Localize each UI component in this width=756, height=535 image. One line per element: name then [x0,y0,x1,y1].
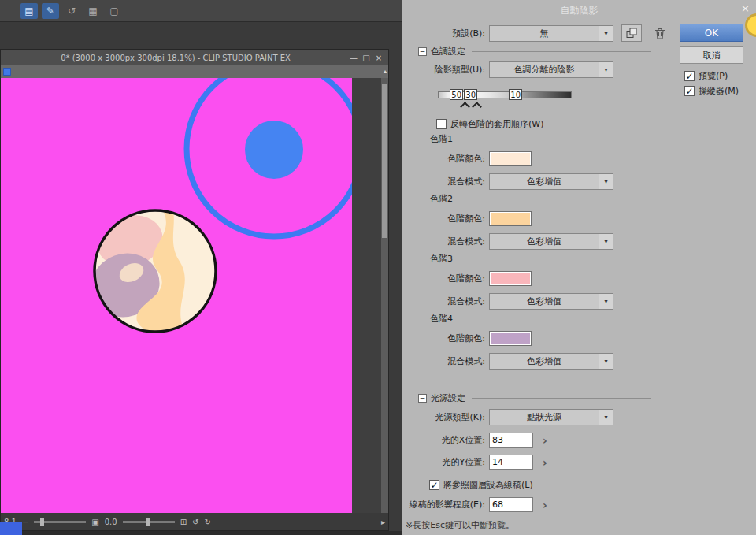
expand-right-icon[interactable]: › [543,457,547,468]
chevron-down-icon[interactable]: ▾ [598,234,613,249]
toolbar-icon-1[interactable]: ▤ [20,3,38,19]
level-3-title: 色階3 [430,253,453,265]
level-3-blend-dropdown[interactable]: 色彩增值 ▾ [489,293,613,310]
canvas-tab-icon[interactable] [3,68,11,76]
canvas-artboard[interactable] [1,78,352,513]
minimize-icon[interactable]: — [347,54,360,62]
rotation-slider-thumb[interactable] [146,518,150,526]
fit-view-icon[interactable]: ▣ [91,518,98,526]
level-3-color-row: 色階顏色: [402,271,532,286]
light-type-dropdown[interactable]: 點狀光源 ▾ [489,409,613,425]
light-section-header: − 光源設定 [418,392,651,404]
reverse-order-checkbox[interactable] [436,119,447,129]
caret-up-icon[interactable] [472,102,482,112]
level-4-color-row: 色階顏色: [402,331,532,346]
level-1-color-row: 色階顏色: [402,151,532,166]
level-2-color-row: 色階顏色: [402,211,532,226]
blend-mode-label: 混合模式: [402,236,489,247]
preset-dropdown[interactable]: 無 ▾ [489,25,613,42]
toolbar-icon-5[interactable]: ▢ [106,3,123,19]
shadow-type-dropdown[interactable]: 色調分離的陰影 ▾ [489,61,613,78]
influence-input[interactable] [489,497,533,512]
light-x-label: 光的X位置: [402,434,489,446]
level-3-color-swatch[interactable] [489,271,532,286]
rotate-right-icon[interactable]: ↻ [204,518,210,526]
level-1-blend-dropdown[interactable]: 色彩增值 ▾ [489,173,613,190]
preview-label: 預覽(P) [699,70,728,82]
influence-label: 線稿的影響程度(E): [402,499,489,511]
dialog-close-icon[interactable]: × [741,2,750,14]
chevron-down-icon[interactable]: ▾ [598,294,613,309]
toolbar-icon-4-glyph: ▦ [88,6,97,17]
blend-mode-value: 色彩增值 [490,236,598,247]
manipulator-checkbox[interactable]: ✓ [684,86,695,96]
collapse-minus-icon[interactable]: − [418,47,427,56]
light-x-input[interactable] [489,433,533,448]
canvas-vscrollbar[interactable] [381,78,388,513]
hscroll-right-icon[interactable]: ▸ [381,518,385,526]
delete-preset-button[interactable] [654,28,665,39]
close-icon[interactable]: × [372,54,385,62]
preset-row: 預設(B): 無 ▾ [402,24,665,42]
preview-row: ✓ 預覽(P) [684,70,728,82]
blend-mode-value: 色彩增值 [490,355,598,367]
threshold-handle-10[interactable]: 10 [509,89,522,100]
light-y-label: 光的Y位置: [402,456,489,468]
level-4-blend-row: 混合模式: 色彩增值 ▾ [402,353,613,370]
level-2-blend-dropdown[interactable]: 色彩增值 ▾ [489,233,613,250]
chevron-down-icon[interactable]: ▾ [598,354,613,369]
ok-button[interactable]: OK [680,24,743,42]
zoom-slider[interactable] [34,521,86,523]
grid-icon[interactable]: ⊞ [180,518,187,526]
chevron-down-icon[interactable]: ▾ [598,62,613,77]
light-section-title: 光源設定 [431,392,465,404]
expand-right-icon[interactable]: › [543,435,547,446]
rotate-left-icon[interactable]: ↺ [192,518,198,526]
toolbar-icon-1-glyph: ▤ [24,6,33,17]
shadow-type-value: 色調分離的陰影 [490,64,598,76]
toolbar-icon-4[interactable]: ▦ [84,3,102,19]
level-4-color-swatch[interactable] [489,331,532,346]
vscroll-thumb[interactable] [382,84,387,238]
trash-icon [654,28,665,39]
cancel-button[interactable]: 取消 [680,46,743,64]
level-1-color-swatch[interactable] [489,151,532,166]
preset-label: 預設(B): [402,28,489,39]
expand-right-icon[interactable]: › [543,500,547,511]
level-2-blend-row: 混合模式: 色彩增值 ▾ [402,233,613,250]
lineart-row: ✓ 將參照圖層設為線稿(L) [429,479,533,491]
chevron-down-icon[interactable]: ▾ [598,26,613,41]
light-type-value: 點狀光源 [490,411,598,423]
scroll-up-icon[interactable]: ▴ [384,68,387,76]
chevron-down-icon[interactable]: ▾ [598,410,613,425]
canvas-window-titlebar[interactable]: 0* (3000 x 3000px 300dpi 18.1%) - CLIP S… [1,50,388,65]
toolbar-icon-3[interactable]: ↺ [63,3,80,19]
zoom-out-icon[interactable]: − [22,518,28,526]
register-preset-button[interactable] [621,24,642,42]
blend-mode-label: 混合模式: [402,295,489,307]
tone-threshold-slider[interactable]: 50 30 10 [438,84,572,113]
level-4-blend-dropdown[interactable]: 色彩增值 ▾ [489,353,613,370]
toolbar-icon-2[interactable]: ✎ [42,3,59,19]
canvas-tab-strip: ▴ [1,65,388,78]
chevron-down-icon[interactable]: ▾ [598,174,613,189]
toolbar-icon-2-glyph: ✎ [46,6,54,17]
level-color-label: 色階顏色: [402,333,489,344]
manipulator-label: 操縱器(M) [699,85,739,97]
threshold-handle-50[interactable]: 50 [450,89,463,100]
rotation-slider[interactable] [123,521,175,523]
caret-up-icon[interactable] [460,102,470,112]
preview-checkbox[interactable]: ✓ [684,71,695,81]
zoom-slider-thumb[interactable] [40,518,44,526]
tone-section-title: 色調設定 [431,46,465,58]
reverse-order-row: 反轉色階的套用順序(W) [436,118,543,130]
canvas-viewport[interactable] [1,78,388,513]
level-2-color-swatch[interactable] [489,211,532,226]
lineart-checkbox[interactable]: ✓ [429,480,439,490]
maximize-icon[interactable]: □ [360,54,372,62]
collapse-minus-icon[interactable]: − [418,394,427,403]
lineart-label: 將參照圖層設為線稿(L) [443,479,533,491]
light-y-input[interactable] [489,455,533,470]
sphere-shape [82,208,217,334]
threshold-handle-30[interactable]: 30 [464,89,477,100]
